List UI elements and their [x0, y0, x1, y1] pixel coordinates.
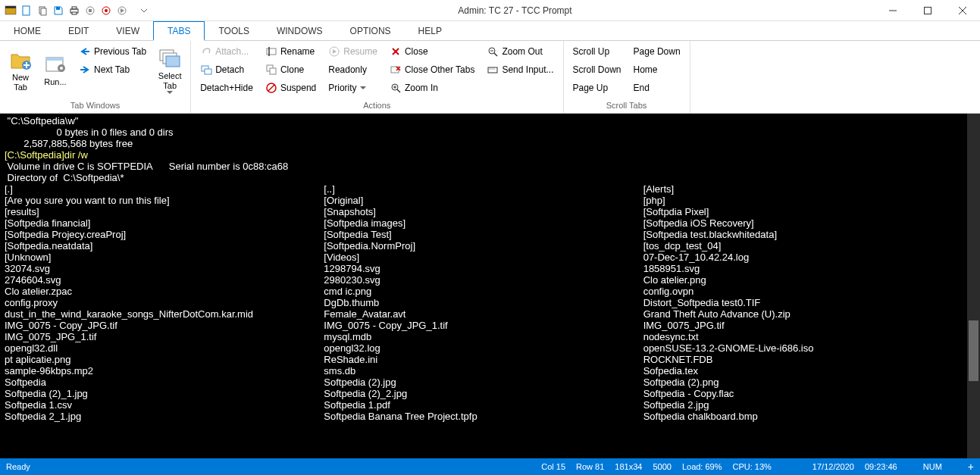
print-icon[interactable] — [67, 3, 82, 18]
next-tab-button[interactable]: Next Tab — [74, 61, 151, 79]
status-cpu: CPU: 13% — [733, 462, 772, 471]
zoom-in-button[interactable]: Zoom In — [385, 79, 480, 97]
ribbon-group-scroll-tabs: Scroll Up Scroll Down Page Up Page Down … — [564, 41, 690, 113]
svg-rect-7 — [72, 7, 77, 9]
svg-rect-20 — [46, 58, 63, 61]
terminal[interactable]: "C:\Softpedia\w" 0 bytes in 0 files and … — [0, 114, 980, 458]
close-other-tabs-button[interactable]: Close Other Tabs — [385, 61, 480, 79]
end-button[interactable]: End — [629, 79, 685, 97]
ribbon-group-actions: Attach... Detach Detach+Hide Rename Clon… — [191, 41, 563, 113]
status-num: NUM — [923, 462, 942, 471]
terminal-line: [Softpedia iOS Recovery] — [643, 217, 963, 229]
close-button[interactable] — [945, 0, 980, 21]
terminal-line: Softpedia 2.jpg — [643, 399, 963, 411]
save-icon[interactable] — [51, 3, 66, 18]
terminal-line: IMG_0075 - Copy_JPG_1.tif — [324, 320, 643, 331]
stop-icon[interactable] — [83, 3, 98, 18]
close-tab-button[interactable]: Close — [385, 42, 480, 61]
menu-windows[interactable]: WINDOWS — [263, 21, 337, 40]
terminal-line: DgDb.thumb — [324, 297, 643, 308]
zoom-out-button[interactable]: Zoom Out — [482, 42, 558, 61]
readonly-button[interactable]: Readonly — [324, 61, 382, 79]
menu-help[interactable]: HELP — [405, 21, 456, 40]
rename-button[interactable]: Rename — [261, 42, 321, 61]
status-plus[interactable]: + — [968, 461, 974, 473]
terminal-line: Softpedia (2).jpg — [324, 377, 643, 388]
scroll-up-button[interactable]: Scroll Up — [568, 42, 626, 61]
menu-tools[interactable]: TOOLS — [205, 21, 262, 40]
suspend-button[interactable]: Suspend — [261, 79, 321, 97]
terminal-line: mysql.mdb — [324, 331, 643, 342]
resume-button[interactable]: Resume — [324, 42, 382, 61]
terminal-line: 2746604.svg — [5, 274, 324, 286]
page-up-button[interactable]: Page Up — [568, 79, 626, 97]
terminal-line: [Softpedia financial] — [5, 217, 324, 229]
svg-rect-49 — [488, 67, 497, 73]
maximize-button[interactable] — [910, 0, 945, 21]
terminal-column: [.][Are you sure you want to run this fi… — [5, 183, 324, 422]
minimize-button[interactable] — [875, 0, 910, 21]
record-icon[interactable] — [99, 3, 114, 18]
priority-button[interactable]: Priority — [324, 79, 382, 97]
terminal-line: [php] — [643, 195, 963, 206]
menu-home[interactable]: HOME — [0, 21, 55, 40]
new-doc-icon[interactable] — [19, 3, 34, 18]
detach-icon — [200, 64, 212, 76]
send-input-button[interactable]: Send Input... — [482, 61, 558, 79]
status-bar: Ready Col 15 Row 81 181x34 5000 Load: 69… — [0, 458, 980, 475]
page-down-button[interactable]: Page Down — [629, 42, 685, 61]
terminal-line: config.proxy — [5, 297, 324, 308]
menu-tabs[interactable]: TABS — [153, 21, 205, 41]
terminal-line: Directory of C:\Softpedia\* — [5, 172, 963, 183]
status-ready: Ready — [6, 462, 541, 471]
terminal-content[interactable]: "C:\Softpedia\w" 0 bytes in 0 files and … — [0, 114, 967, 458]
terminal-line: [Softpedia images] — [324, 217, 643, 229]
ribbon-group-tab-windows: New Tab Run... Previous Tab Next Tab Sel… — [0, 41, 191, 113]
play-icon[interactable] — [114, 3, 130, 18]
app-icon[interactable] — [3, 3, 18, 18]
terminal-line: opengl32.log — [324, 342, 643, 354]
attach-button[interactable]: Attach... — [196, 42, 258, 61]
terminal-column: [..][Original][Snapshots][Softpedia imag… — [324, 183, 643, 422]
scrollbar-thumb[interactable] — [969, 320, 978, 381]
previous-tab-button[interactable]: Previous Tab — [74, 42, 151, 61]
select-tab-button[interactable]: Select Tab — [154, 42, 186, 97]
ribbon: New Tab Run... Previous Tab Next Tab Sel… — [0, 41, 980, 114]
terminal-column: [Alerts][php][Softpdia Pixel][Softpedia … — [643, 183, 963, 422]
svg-line-47 — [494, 53, 497, 56]
vertical-scrollbar[interactable] — [967, 114, 980, 458]
terminal-line: ReShade.ini — [324, 354, 643, 365]
terminal-line: 07-Dec-17_10.42.24.log — [643, 252, 963, 263]
suspend-icon — [265, 82, 277, 94]
detach-button[interactable]: Detach — [196, 61, 258, 79]
terminal-line: pt aplicatie.png — [5, 354, 324, 365]
terminal-line: Softpedia 1.csv — [5, 399, 324, 411]
menu-options[interactable]: OPTIONS — [337, 21, 405, 40]
terminal-line: Softpedia - Copy.flac — [643, 388, 963, 399]
terminal-line: IMG_0075_JPG.tif — [643, 320, 963, 331]
svg-rect-30 — [267, 48, 276, 55]
arrow-right-icon — [79, 64, 91, 76]
clone-button[interactable]: Clone — [261, 61, 321, 79]
svg-rect-10 — [89, 9, 92, 12]
terminal-line: 2980230.svg — [324, 274, 643, 286]
keyboard-icon — [487, 64, 499, 76]
menu-edit[interactable]: EDIT — [55, 21, 102, 40]
home-button[interactable]: Home — [629, 61, 685, 79]
terminal-line: 1858951.svg — [643, 263, 963, 274]
tabs-icon — [43, 52, 67, 76]
terminal-line: openSUSE-13.2-GNOME-Live-i686.iso — [643, 342, 963, 354]
svg-rect-27 — [166, 56, 180, 67]
menu-view[interactable]: VIEW — [102, 21, 153, 40]
svg-point-53 — [494, 69, 495, 70]
terminal-line: 1298794.svg — [324, 263, 643, 274]
new-tab-button[interactable]: New Tab — [5, 42, 36, 97]
run-button[interactable]: Run... — [39, 42, 71, 97]
qat-dropdown-icon[interactable] — [136, 3, 152, 18]
detach-hide-button[interactable]: Detach+Hide — [196, 79, 258, 97]
copy-icon[interactable] — [35, 3, 50, 18]
svg-rect-4 — [41, 8, 46, 15]
scroll-down-button[interactable]: Scroll Down — [568, 61, 626, 79]
svg-point-51 — [491, 69, 492, 70]
terminal-line: Clo atelier.zpac — [5, 286, 324, 297]
